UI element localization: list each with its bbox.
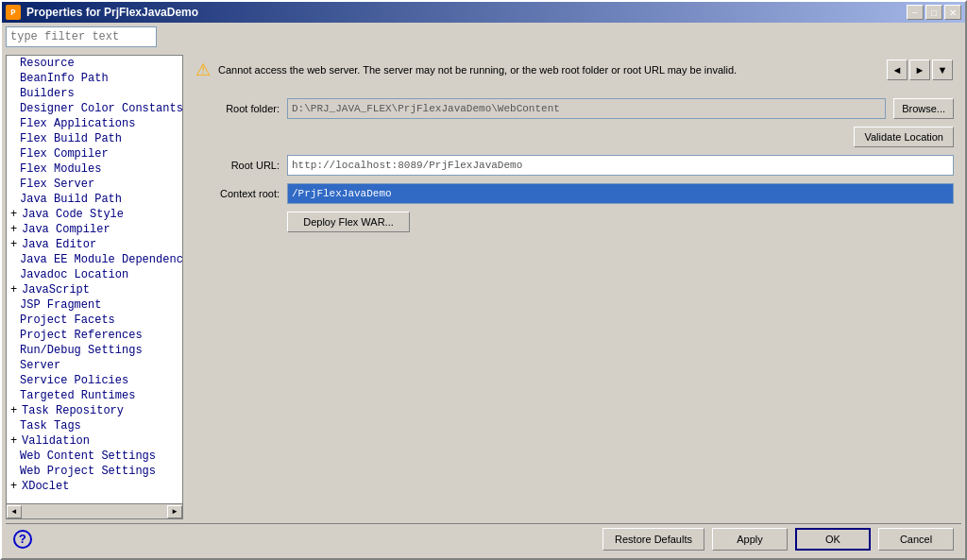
search-bar	[6, 26, 961, 51]
context-root-input[interactable]	[287, 183, 954, 204]
scroll-track	[22, 507, 167, 517]
root-folder-row: Root folder: Browse...	[195, 98, 954, 119]
tree-item[interactable]: Java Build Path	[7, 192, 182, 207]
tree-item[interactable]: Task Tags	[7, 418, 182, 433]
ok-button[interactable]: OK	[795, 528, 871, 551]
root-url-row: Root URL:	[195, 155, 954, 176]
tree-item[interactable]: Javadoc Location	[7, 267, 182, 282]
back-button[interactable]: ◄	[887, 59, 908, 80]
title-bar: P Properties for PrjFlexJavaDemo − □ ✕	[2, 2, 965, 23]
tree-item[interactable]: Resource	[7, 56, 182, 71]
tree-item[interactable]: Flex Applications	[7, 116, 182, 131]
tree-item[interactable]: Flex Build Path	[7, 131, 182, 146]
tree-item[interactable]: +Validation	[7, 433, 182, 449]
tree-item[interactable]: Web Content Settings	[7, 449, 182, 464]
tree-item[interactable]: Project References	[7, 328, 182, 343]
root-url-label: Root URL:	[195, 160, 280, 171]
title-buttons: − □ ✕	[907, 5, 961, 20]
horizontal-scrollbar[interactable]: ◄ ►	[6, 504, 183, 519]
tree-item[interactable]: Flex Modules	[7, 161, 182, 177]
tree-item[interactable]: +Java Editor	[7, 237, 182, 252]
tree-item[interactable]: Builders	[7, 86, 182, 101]
tree-panel: ResourceBeanInfo PathBuildersDesigner Co…	[6, 55, 183, 504]
tree-item[interactable]: +Java Compiler	[7, 222, 182, 237]
right-panel: ⚠ Cannot access the web server. The serv…	[187, 55, 961, 519]
tree-item[interactable]: Web Project Settings	[7, 464, 182, 479]
forward-button[interactable]: ►	[909, 59, 930, 80]
window-title: Properties for PrjFlexJavaDemo	[26, 6, 901, 19]
bottom-buttons: ? Restore Defaults Apply OK Cancel	[6, 523, 961, 554]
cancel-button[interactable]: Cancel	[878, 528, 954, 551]
window-icon: P	[6, 5, 21, 20]
help-button[interactable]: ?	[13, 530, 32, 549]
validate-button[interactable]: Validate Location	[854, 127, 954, 147]
dropdown-button[interactable]: ▼	[932, 59, 953, 80]
tree-item[interactable]: BeanInfo Path	[7, 71, 182, 86]
scroll-right-button[interactable]: ►	[167, 505, 182, 518]
search-input[interactable]	[6, 26, 157, 47]
tree-item[interactable]: JSP Fragment	[7, 297, 182, 313]
context-root-row: Context root:	[195, 183, 954, 204]
root-folder-label: Root folder:	[195, 103, 280, 114]
tree-item[interactable]: Server	[7, 358, 182, 373]
main-content: ResourceBeanInfo PathBuildersDesigner Co…	[6, 55, 961, 519]
warning-icon: ⚠	[195, 59, 211, 80]
main-window: P Properties for PrjFlexJavaDemo − □ ✕ R…	[0, 0, 967, 560]
tree-item[interactable]: Targeted Runtimes	[7, 388, 182, 403]
svg-text:P: P	[10, 8, 16, 18]
context-root-label: Context root:	[195, 188, 280, 199]
minimize-button[interactable]: −	[907, 5, 924, 20]
warning-text: Cannot access the web server. The server…	[218, 64, 879, 76]
tree-item[interactable]: +Task Repository	[7, 403, 182, 418]
apply-button[interactable]: Apply	[712, 528, 788, 551]
form-area: Root folder: Browse... Validate Location…	[187, 91, 961, 519]
window-body: ResourceBeanInfo PathBuildersDesigner Co…	[2, 23, 965, 558]
deploy-button[interactable]: Deploy Flex WAR...	[287, 212, 410, 232]
maximize-button[interactable]: □	[925, 5, 942, 20]
tree-item[interactable]: +Java Code Style	[7, 207, 182, 222]
nav-buttons: ◄ ► ▼	[887, 59, 953, 80]
validate-row: Validate Location	[195, 127, 954, 147]
tree-item[interactable]: Flex Server	[7, 177, 182, 192]
tree-item[interactable]: Service Policies	[7, 373, 182, 388]
tree-item[interactable]: +JavaScript	[7, 282, 182, 297]
tree-item[interactable]: Flex Compiler	[7, 146, 182, 161]
scroll-left-button[interactable]: ◄	[7, 505, 22, 518]
tree-item[interactable]: Run/Debug Settings	[7, 343, 182, 358]
tree-item[interactable]: Project Facets	[7, 313, 182, 328]
root-folder-input[interactable]	[287, 98, 886, 119]
tree-item[interactable]: Designer Color Constants	[7, 101, 182, 116]
restore-defaults-button[interactable]: Restore Defaults	[602, 528, 704, 551]
root-url-input[interactable]	[287, 155, 954, 176]
tree-item[interactable]: +XDoclet	[7, 479, 182, 494]
browse-button[interactable]: Browse...	[893, 98, 954, 119]
warning-bar: ⚠ Cannot access the web server. The serv…	[187, 55, 961, 85]
deploy-row: Deploy Flex WAR...	[195, 212, 954, 232]
left-panel-wrapper: ResourceBeanInfo PathBuildersDesigner Co…	[6, 55, 183, 519]
close-button[interactable]: ✕	[944, 5, 961, 20]
tree-item[interactable]: Java EE Module Dependenci...	[7, 252, 182, 267]
